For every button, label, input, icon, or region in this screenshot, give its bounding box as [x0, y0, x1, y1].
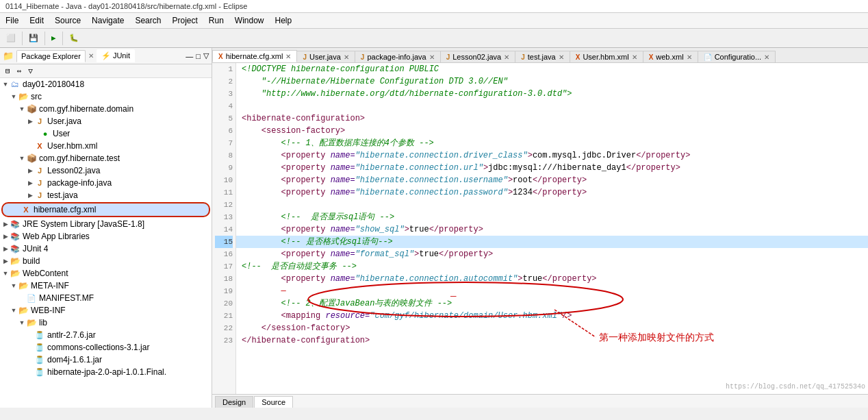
menu-run[interactable]: Run [203, 14, 229, 27]
tab-label: User.java [309, 53, 341, 61]
toolbar-sep2 [44, 32, 45, 45]
arrow-icon: ▼ [10, 93, 18, 100]
code-content[interactable]: <!DOCTYPE hibernate-configuration PUBLIC… [236, 63, 868, 394]
tree-item-userjava[interactable]: ▶ J User.java [0, 115, 212, 127]
code-line-14: <property name="show_sql">true</property… [236, 223, 868, 236]
tree-label: User.hbm.xml [47, 141, 97, 151]
tree-item-lib[interactable]: ▼ 📂 lib [0, 317, 212, 329]
tree-item-userclass[interactable]: ● User [0, 127, 212, 140]
tree-label: MANIFEST.MF [39, 293, 94, 303]
collapse-all-btn[interactable]: ⊟ [3, 65, 13, 77]
panel-tab-explorer[interactable]: Package Explorer [16, 50, 86, 62]
line-num-20: 20 [215, 297, 233, 310]
toolbar-run[interactable]: ▶ [48, 32, 60, 45]
tab-label: Configuratio... [715, 53, 761, 61]
tab-source[interactable]: Source [254, 396, 293, 408]
tree-label: JRE System Library [JavaSE-1.8] [23, 219, 144, 229]
tab-lesson02[interactable]: J Lesson02.java ✕ [440, 51, 516, 62]
tree-item-jre[interactable]: ▶ 📚 JRE System Library [JavaSE-1.8] [0, 218, 212, 230]
close-icon[interactable]: ✕ [88, 52, 94, 60]
code-line-23: </hibernate-configuration> [236, 334, 868, 347]
tab-webxml[interactable]: X web.xml ✕ [643, 51, 698, 62]
tree-item-src[interactable]: ▼ 📂 src [0, 90, 212, 103]
code-line-2: "-//Hibernate/Hibernate Configuration DT… [236, 75, 868, 88]
arrow-icon: ▼ [10, 282, 18, 289]
tree-label: package-info.java [47, 178, 112, 188]
close-icon[interactable]: ✕ [344, 53, 349, 61]
tree-item-root[interactable]: ▼ 🗂 day01-20180418 [0, 78, 212, 90]
menu-file[interactable]: File [0, 14, 24, 27]
java-icon: J [34, 165, 45, 176]
tree-item-webcontent[interactable]: ▼ 📂 WebContent [0, 267, 212, 280]
tree-item-antlr[interactable]: 🫙 antlr-2.7.6.jar [0, 329, 212, 341]
tree-item-webinf[interactable]: ▼ 📂 WEB-INF [0, 304, 212, 317]
menu-project[interactable]: Project [166, 14, 203, 27]
panel-header: 📁 Package Explorer ✕ ⚡ JUnit — □ ▽ [0, 48, 212, 64]
tree-item-manifest[interactable]: 📄 MANIFEST.MF [0, 292, 212, 304]
tree-item-commons[interactable]: 🫙 commons-collections-3.1.jar [0, 341, 212, 354]
toolbar-new[interactable]: ⬜ [3, 32, 19, 45]
close-icon[interactable]: ✕ [632, 53, 637, 61]
close-icon[interactable]: ✕ [429, 53, 435, 61]
menu-navigate[interactable]: Navigate [86, 14, 129, 27]
tab-packageinfo[interactable]: J package-info.java ✕ [355, 51, 441, 62]
tree-item-build[interactable]: ▶ 📂 build [0, 255, 212, 267]
editor-tabs: X hibernate.cfg.xml ✕ J User.java ✕ J pa… [212, 48, 868, 63]
toolbar-save[interactable]: 💾 [25, 32, 42, 45]
tree-item-metainf[interactable]: ▼ 📂 META-INF [0, 280, 212, 292]
line-num-7: 7 [215, 137, 233, 149]
line-num-21: 21 [215, 310, 233, 322]
tab-testjava[interactable]: J test.java ✕ [515, 51, 570, 62]
menu-source[interactable]: Source [49, 14, 86, 27]
close-icon[interactable]: ✕ [285, 53, 291, 60]
tree-item-test-pkg[interactable]: ▼ 📦 com.gyf.hibernate.test [0, 152, 212, 164]
xml-icon: X [21, 204, 31, 215]
panel-menu-btn[interactable]: ▽ [25, 65, 36, 77]
tree-item-testjava[interactable]: ▶ J test.java [0, 189, 212, 201]
close-icon[interactable]: ✕ [559, 53, 564, 61]
bottom-tabs: Design Source [212, 394, 868, 408]
library-icon: 📚 [10, 219, 21, 230]
tree-item-packageinfo[interactable]: ▶ J package-info.java [0, 177, 212, 189]
panel-menu-icon[interactable]: ▽ [203, 51, 209, 60]
tab-userjava[interactable]: J User.java ✕ [296, 51, 355, 62]
panel-toolbar: ⊟ ⇔ ▽ [0, 64, 212, 78]
tab-hibernate-cfg[interactable]: X hibernate.cfg.xml ✕ [212, 50, 297, 62]
left-panel: 📁 Package Explorer ✕ ⚡ JUnit — □ ▽ ⊟ ⇔ ▽… [0, 48, 212, 408]
link-editor-btn[interactable]: ⇔ [14, 65, 25, 77]
java-tab-icon: J [521, 53, 525, 61]
menu-window[interactable]: Window [229, 14, 270, 27]
menu-search[interactable]: Search [129, 14, 166, 27]
toolbar-debug[interactable]: 🐛 [66, 32, 82, 45]
tree-item-domain[interactable]: ▼ 📦 com.gyf.hibernate.domain [0, 103, 212, 115]
tree-container: ▼ 🗂 day01-20180418 ▼ 📂 src ▼ 📦 com.gyf.h… [0, 78, 212, 408]
tree-item-junit[interactable]: ▶ 📚 JUnit 4 [0, 243, 212, 255]
tree-label: WebContent [23, 269, 68, 278]
tree-label: day01-20180418 [23, 79, 84, 89]
close-icon[interactable]: ✕ [764, 53, 769, 61]
menu-bar: File Edit Source Navigate Search Project… [0, 13, 868, 29]
tab-design[interactable]: Design [215, 396, 253, 408]
menu-help[interactable]: Help [270, 14, 298, 27]
arrow-icon: ▼ [10, 307, 18, 314]
code-line-15: <!-- 是否格式化sql语句--> [236, 236, 868, 248]
minimize-icon[interactable]: — [186, 52, 193, 60]
tree-item-webapp[interactable]: ▶ 📚 Web App Libraries [0, 230, 212, 243]
tree-item-cfg[interactable]: X hibernate.cfg.xml [1, 202, 210, 217]
close-icon[interactable]: ✕ [504, 53, 509, 61]
java-tab-icon: J [303, 53, 307, 61]
toolbar: ⬜ 💾 ▶ 🐛 [0, 29, 868, 48]
menu-edit[interactable]: Edit [24, 14, 49, 27]
panel-tab-junit[interactable]: ⚡ JUnit [97, 49, 135, 62]
maximize-icon[interactable]: □ [196, 52, 201, 60]
tab-config[interactable]: 📄 Configuratio... ✕ [698, 51, 776, 62]
close-icon[interactable]: ✕ [687, 53, 692, 61]
tab-label: web.xml [656, 53, 683, 61]
tree-item-userhbm[interactable]: X User.hbm.xml [0, 140, 212, 152]
tree-item-hibernatejpa[interactable]: 🫙 hibernate-jpa-2.0-api-1.0.1.Final. [0, 366, 212, 378]
tab-userhbm[interactable]: X User.hbm.xml ✕ [570, 51, 643, 62]
tree-item-dom4j[interactable]: 🫙 dom4j-1.6.1.jar [0, 354, 212, 366]
tree-item-lesson02[interactable]: ▶ J Lesson02.java [0, 164, 212, 177]
folder-icon: 📂 [26, 317, 37, 328]
title-bar: 0114_Hibernate - Java - day01-20180418/s… [0, 0, 868, 13]
